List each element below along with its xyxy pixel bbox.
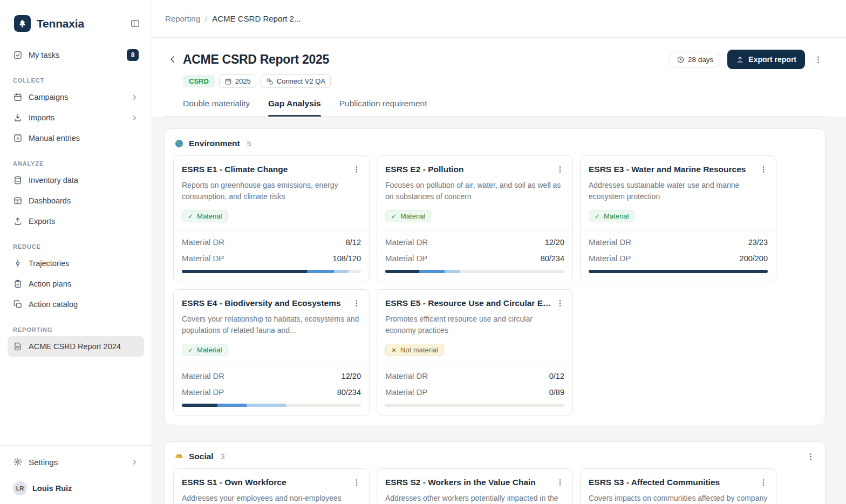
tasks-count-badge: 8 bbox=[127, 49, 139, 61]
material-dp-label: Material DP bbox=[182, 254, 224, 263]
sidebar-item-my-tasks[interactable]: My tasks 8 bbox=[8, 45, 144, 65]
sidebar-item-settings[interactable]: Settings bbox=[8, 450, 144, 474]
sidebar-item-campaigns[interactable]: Campaigns bbox=[8, 87, 144, 107]
material-dp-label: Material DP bbox=[385, 387, 427, 397]
material-dr-label: Material DR bbox=[589, 237, 631, 247]
material-dp-value: 108/120 bbox=[333, 254, 361, 263]
card-kebab-menu[interactable] bbox=[556, 298, 564, 309]
sidebar-nav: My tasks 8 COLLECT Campaigns Imports A bbox=[0, 36, 152, 445]
content-area: Environment 5 ESRS E1 - Climate Change R… bbox=[152, 117, 846, 504]
card-description: Addresses your employees and non-employe… bbox=[182, 493, 361, 504]
card-description: Addresses other workers potentially impa… bbox=[385, 493, 564, 504]
letter-a-square-icon: A bbox=[13, 133, 23, 143]
sidebar-item-dashboards[interactable]: Dashboards bbox=[8, 190, 144, 211]
handshake-icon bbox=[174, 452, 184, 461]
export-report-button[interactable]: Export report bbox=[727, 50, 805, 69]
card-kebab-menu[interactable] bbox=[352, 298, 361, 309]
gear-icon bbox=[13, 457, 23, 467]
card-kebab-menu[interactable] bbox=[759, 164, 768, 175]
card-kebab-menu[interactable] bbox=[556, 477, 564, 488]
material-dr-value: 23/23 bbox=[748, 238, 768, 247]
sidebar-item-action-plans[interactable]: Action plans bbox=[8, 274, 144, 294]
material-dp-label: Material DP bbox=[385, 254, 427, 263]
esrs-card-s2: ESRS S2 - Workers in the Value Chain Add… bbox=[377, 468, 573, 504]
material-dr-label: Material DR bbox=[385, 371, 428, 380]
dashboard-grid-icon bbox=[13, 196, 23, 206]
chevron-right-icon bbox=[131, 93, 139, 101]
section-heading-reduce: REDUCE bbox=[8, 243, 144, 250]
card-title: ESRS E1 - Climate Change bbox=[182, 164, 348, 175]
social-section: Social 3 ESRS S1 - Own Workforce Address… bbox=[164, 441, 825, 504]
sidebar-collapse-icon[interactable] bbox=[128, 17, 142, 30]
year-tag: 2025 bbox=[219, 74, 256, 88]
sidebar-item-imports[interactable]: Imports bbox=[8, 107, 144, 128]
user-menu[interactable]: LR Louis Ruiz bbox=[8, 474, 144, 504]
connect-tag-label: Connect V2 QA bbox=[277, 77, 325, 85]
material-dr-label: Material DR bbox=[385, 237, 428, 247]
sidebar-item-exports[interactable]: Exports bbox=[8, 211, 144, 231]
tab-bar: Double materiality Gap Analysis Publicat… bbox=[165, 99, 824, 117]
database-icon bbox=[13, 175, 23, 185]
materiality-badge: ✓ Material bbox=[385, 210, 431, 222]
header-kebab-menu[interactable] bbox=[812, 53, 824, 66]
badge-label: Material bbox=[197, 212, 222, 220]
svg-text:A: A bbox=[16, 136, 19, 141]
page-header: ACME CSRD Report 2025 28 days Export rep… bbox=[152, 38, 846, 117]
tab-gap-analysis[interactable]: Gap Analysis bbox=[268, 99, 321, 116]
material-dp-value: 80/234 bbox=[541, 254, 564, 263]
tab-publication-requirement[interactable]: Publication requirement bbox=[339, 99, 427, 116]
card-kebab-menu[interactable] bbox=[352, 477, 361, 488]
sidebar-item-label: ACME CSRD Report 2024 bbox=[29, 342, 139, 351]
upload-icon bbox=[736, 56, 744, 64]
material-dr-value: 12/20 bbox=[545, 238, 564, 247]
card-title: ESRS S3 - Affected Communities bbox=[589, 477, 755, 488]
section-heading-collect: COLLECT bbox=[8, 77, 144, 84]
globe-icon bbox=[174, 139, 184, 148]
material-dr-value: 8/12 bbox=[346, 238, 361, 247]
card-description: Reports on greenhouse gas emissions, ene… bbox=[182, 180, 361, 202]
material-dr-value: 0/12 bbox=[549, 372, 564, 380]
back-button[interactable] bbox=[165, 52, 180, 67]
sidebar-item-acme-csrd-report-2024[interactable]: ACME CSRD Report 2024 bbox=[8, 336, 144, 357]
report-document-icon bbox=[13, 342, 23, 351]
trajectory-commit-icon bbox=[13, 258, 23, 268]
card-description: Covers impacts on communities affected b… bbox=[589, 493, 768, 504]
sidebar-item-manual-entries[interactable]: A Manual entries bbox=[8, 128, 144, 148]
progress-bar bbox=[589, 270, 768, 273]
material-dp-label: Material DP bbox=[182, 387, 224, 397]
sidebar-item-action-catalog[interactable]: Action catalog bbox=[8, 294, 144, 315]
report-tags: CSRD 2025 Connect V2 QA bbox=[183, 74, 824, 88]
card-kebab-menu[interactable] bbox=[556, 164, 564, 175]
card-title: ESRS S2 - Workers in the Value Chain bbox=[385, 477, 551, 488]
clock-icon bbox=[677, 56, 685, 64]
sidebar-item-label: My tasks bbox=[29, 51, 121, 59]
breadcrumb-parent[interactable]: Reporting bbox=[165, 14, 200, 23]
card-description: Promotes efficient resource use and circ… bbox=[385, 314, 564, 336]
sidebar-item-trajectories[interactable]: Trajectories bbox=[8, 253, 144, 274]
esrs-card-e2: ESRS E2 - Pollution Focuses on pollution… bbox=[377, 155, 573, 282]
main-area: Reporting / ACME CSRD Report 2... ACME C… bbox=[152, 0, 846, 504]
esrs-card-e3: ESRS E3 - Water and Marine Resources Add… bbox=[580, 155, 776, 282]
card-description: Focuses on pollution of air, water, and … bbox=[385, 180, 564, 202]
sidebar-item-label: Campaigns bbox=[29, 93, 125, 101]
sidebar-item-label: Action plans bbox=[29, 280, 139, 288]
breadcrumb: Reporting / ACME CSRD Report 2... bbox=[152, 0, 846, 38]
breadcrumb-separator: / bbox=[205, 14, 207, 23]
card-title: ESRS E2 - Pollution bbox=[385, 164, 551, 175]
materiality-badge: ✕ Not material bbox=[385, 344, 444, 356]
cross-icon: ✕ bbox=[391, 346, 397, 354]
export-icon bbox=[13, 216, 23, 226]
task-check-icon bbox=[13, 50, 23, 60]
material-dp-value: 0/89 bbox=[549, 388, 564, 397]
card-kebab-menu[interactable] bbox=[759, 477, 768, 488]
badge-label: Material bbox=[604, 212, 629, 220]
sidebar-item-inventory-data[interactable]: Inventory data bbox=[8, 170, 144, 190]
tennaxia-logo-icon bbox=[14, 15, 31, 32]
connect-icon bbox=[266, 78, 274, 85]
progress-bar bbox=[182, 270, 361, 273]
tab-double-materiality[interactable]: Double materiality bbox=[183, 99, 250, 116]
deadline-pill: 28 days bbox=[670, 52, 720, 67]
material-dp-label: Material DP bbox=[589, 254, 631, 263]
card-kebab-menu[interactable] bbox=[352, 164, 361, 175]
section-kebab-menu[interactable] bbox=[806, 452, 815, 461]
